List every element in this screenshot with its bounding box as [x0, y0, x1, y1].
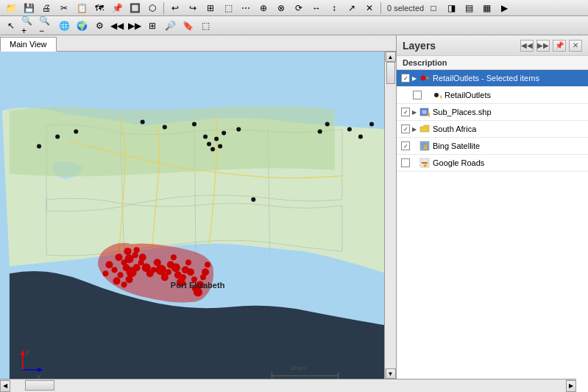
- scroll-track-h[interactable]: [10, 379, 566, 392]
- svg-point-11: [207, 142, 211, 147]
- main-view-tab[interactable]: Main View: [0, 37, 57, 52]
- toolbar-btn-13[interactable]: ⬚: [220, 0, 236, 16]
- svg-text:y: y: [26, 348, 29, 355]
- layer-checkbox-sub-places[interactable]: [401, 108, 410, 116]
- layer-checkbox-south-africa[interactable]: [401, 125, 410, 133]
- scroll-left-btn[interactable]: ◀: [0, 380, 10, 392]
- layers-nav-fwd[interactable]: ▶▶: [536, 40, 550, 52]
- layer-icon-folder: [419, 123, 431, 135]
- toolbar-btn-9[interactable]: ⬡: [144, 0, 160, 16]
- toolbar-btn-8[interactable]: 🔲: [127, 0, 143, 16]
- toolbar-btn-5[interactable]: 📋: [74, 0, 90, 16]
- svg-point-22: [369, 122, 374, 126]
- toolbar-btn-6[interactable]: 🗺: [91, 0, 107, 16]
- top-toolbar: 📁 💾 🖨 ✂ 📋 🗺 📌 🔲 ⬡ ↩ ↪ ⊞ ⬚ ⋯ ⊕ ⊗ ⟳ ↔ ↕ ↗ …: [0, 0, 588, 16]
- layer-icon-shp: ☝: [419, 106, 431, 118]
- layer-item-google-roads[interactable]: ▶ ☝ Google Roads: [397, 155, 588, 172]
- toolbar-btn-20[interactable]: ↗: [344, 0, 360, 16]
- toolbar-btn-18[interactable]: ↔: [308, 0, 325, 16]
- layer-item-sub-places[interactable]: ▶ ☝ Sub_Places.shp: [397, 104, 588, 121]
- identify-tool[interactable]: 🔎: [162, 18, 178, 34]
- scroll-right-btn[interactable]: ▶: [566, 380, 576, 392]
- layer-item-retail-selected[interactable]: ▶ RetailOutlets - Selected items: [397, 70, 588, 87]
- sep-1: [163, 2, 164, 14]
- toolbar-btn-22[interactable]: □: [425, 0, 442, 16]
- layer-item-south-africa[interactable]: ▶ South Africa: [397, 121, 588, 138]
- svg-point-13: [214, 137, 219, 141]
- nav-back-tool[interactable]: ◀◀: [109, 18, 125, 34]
- toolbar-btn-12[interactable]: ⊞: [202, 0, 219, 16]
- svg-point-16: [236, 127, 241, 131]
- layer-icon-black-dot: ☝: [431, 89, 442, 101]
- sep-2: [380, 2, 381, 14]
- svg-point-9: [192, 122, 196, 126]
- pan-globe-tool[interactable]: 🌐: [56, 18, 72, 34]
- horizontal-scrollbar[interactable]: ◀ ▶: [0, 379, 576, 392]
- city-label: Port Elizabeth: [171, 281, 225, 290]
- layer-item-bing-satellite[interactable]: ▶ ☝ Bing Satellite: [397, 138, 588, 155]
- toolbar-btn-7[interactable]: 📌: [109, 0, 125, 16]
- scroll-thumb-v[interactable]: [386, 62, 395, 84]
- scroll-up-btn[interactable]: ▲: [386, 52, 396, 62]
- layer-checkbox-bing-satellite[interactable]: [401, 141, 410, 150]
- toolbar-btn-21[interactable]: ✕: [361, 0, 378, 16]
- scroll-down-btn[interactable]: ▼: [386, 368, 396, 379]
- toolbar-btn-23[interactable]: ◨: [443, 0, 459, 16]
- toolbar-btn-26[interactable]: ▶: [496, 0, 512, 16]
- layer-name-google-roads: Google Roads: [433, 158, 584, 167]
- layer-item-retail[interactable]: ▶ ☝ RetailOutlets: [397, 87, 588, 104]
- toolbar-btn-17[interactable]: ⟳: [291, 0, 307, 16]
- layers-nav-back[interactable]: ◀◀: [520, 40, 534, 52]
- toolbar-btn-3[interactable]: 🖨: [38, 0, 54, 16]
- nav-fwd-tool[interactable]: ▶▶: [127, 18, 143, 34]
- toolbar-btn-4[interactable]: ✂: [56, 0, 72, 16]
- toolbar-btn-19[interactable]: ↕: [326, 0, 342, 16]
- svg-point-15: [218, 144, 222, 149]
- svg-point-76: [426, 77, 430, 80]
- left-panel: Main View: [0, 35, 397, 392]
- toolbar-btn-24[interactable]: ▤: [461, 0, 477, 16]
- toolbar-btn-16[interactable]: ⊗: [273, 0, 289, 16]
- extent-tool[interactable]: 🌍: [74, 18, 90, 34]
- second-toolbar: ↖ 🔍+ 🔍− 🌐 🌍 ⚙ ◀◀ ▶▶ ⊞ 🔎 🔖 ⬚: [0, 16, 588, 35]
- layer-checkbox-retail[interactable]: [413, 91, 422, 99]
- toolbar-btn-10[interactable]: ↩: [167, 0, 183, 16]
- grid-tool[interactable]: ⊞: [144, 18, 160, 34]
- scroll-track-v[interactable]: [385, 62, 396, 368]
- toolbar-btn-15[interactable]: ⊕: [255, 0, 272, 16]
- vertical-scrollbar[interactable]: ▲ ▼: [384, 52, 396, 379]
- layers-col-header: Description: [397, 56, 588, 70]
- tab-bar: Main View: [0, 35, 396, 52]
- toolbar-btn-11[interactable]: ↪: [185, 0, 201, 16]
- toolbar-btn-14[interactable]: ⋯: [238, 0, 254, 16]
- layers-pin[interactable]: 📌: [553, 40, 566, 52]
- toolbar-btn-1[interactable]: 📁: [3, 0, 19, 16]
- layer-name-sub-places: Sub_Places.shp: [433, 108, 584, 116]
- layer-checkbox-retail-selected[interactable]: [401, 74, 410, 83]
- extra-tool[interactable]: ⬚: [197, 18, 213, 34]
- svg-point-8: [163, 125, 167, 129]
- layers-panel: Layers ◀◀ ▶▶ 📌 ✕ Description ▶ RetailOut…: [397, 35, 588, 392]
- toolbar-btn-2[interactable]: 💾: [21, 0, 37, 16]
- svg-point-19: [325, 122, 330, 126]
- svg-point-12: [210, 147, 215, 152]
- settings-tool[interactable]: ⚙: [91, 18, 107, 34]
- scroll-thumb-h[interactable]: [25, 380, 54, 391]
- pointer-tool[interactable]: ↖: [3, 18, 19, 34]
- bookmark-tool[interactable]: 🔖: [180, 18, 196, 34]
- zoom-out-tool[interactable]: 🔍−: [38, 18, 54, 34]
- svg-text:☝: ☝: [422, 162, 428, 168]
- svg-point-10: [203, 134, 208, 139]
- svg-text:☝: ☝: [439, 92, 442, 99]
- map-container[interactable]: Port Elizabeth y x: [0, 52, 396, 392]
- toolbar-btn-25[interactable]: ▦: [478, 0, 495, 16]
- svg-text:☝: ☝: [422, 143, 429, 150]
- svg-point-4: [55, 134, 60, 139]
- main-area: Main View: [0, 35, 588, 392]
- zoom-in-tool[interactable]: 🔍+: [21, 18, 37, 34]
- layers-close[interactable]: ✕: [569, 40, 582, 52]
- layer-checkbox-google-roads[interactable]: [401, 158, 410, 167]
- svg-point-14: [222, 130, 226, 135]
- svg-text:20 km: 20 km: [291, 365, 307, 371]
- layer-name-bing-satellite: Bing Satellite: [433, 141, 584, 150]
